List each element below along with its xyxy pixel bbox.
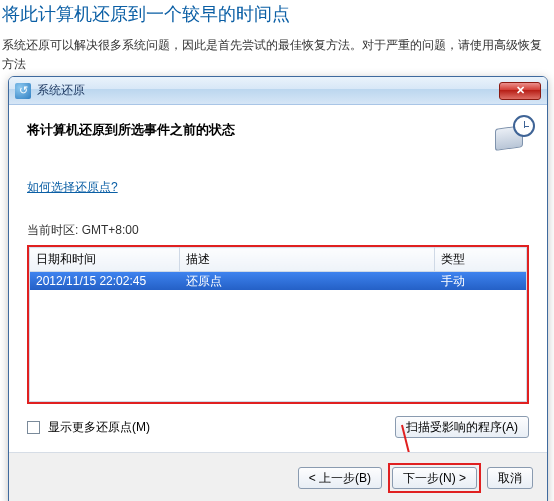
col-description[interactable]: 描述 (180, 248, 435, 272)
wizard-heading: 将计算机还原到所选事件之前的状态 (27, 121, 529, 139)
wizard-footer: < 上一步(B) 下一步(N) > 取消 (9, 452, 547, 501)
page-title: 将此计算机还原到一个较早的时间点 (2, 2, 552, 26)
scan-affected-button[interactable]: 扫描受影响的程序(A) (395, 416, 529, 438)
close-button[interactable]: ✕ (499, 82, 541, 100)
titlebar[interactable]: 系统还原 ✕ (9, 77, 547, 105)
cancel-button[interactable]: 取消 (487, 467, 533, 489)
next-button[interactable]: 下一步(N) > (392, 467, 477, 489)
table-row[interactable]: 2012/11/15 22:02:45 还原点 手动 (30, 272, 526, 290)
page-subtext: 系统还原可以解决很多系统问题，因此是首先尝试的最佳恢复方法。对于严重的问题，请使… (2, 36, 552, 74)
wizard-icon (487, 115, 535, 157)
cell-type: 手动 (435, 273, 526, 290)
show-more-checkbox[interactable] (27, 421, 40, 434)
show-more-label[interactable]: 显示更多还原点(M) (48, 419, 387, 436)
system-restore-window: 系统还原 ✕ 将计算机还原到所选事件之前的状态 如何选择还原点? 当前时区: G… (8, 76, 548, 501)
next-highlight: 下一步(N) > (388, 463, 481, 493)
col-datetime[interactable]: 日期和时间 (30, 248, 180, 272)
cell-description: 还原点 (180, 273, 435, 290)
back-button[interactable]: < 上一步(B) (298, 467, 382, 489)
restore-icon (15, 83, 31, 99)
col-type[interactable]: 类型 (435, 248, 527, 272)
window-title: 系统还原 (37, 82, 499, 99)
help-link[interactable]: 如何选择还原点? (27, 179, 118, 196)
cell-datetime: 2012/11/15 22:02:45 (30, 274, 180, 288)
restore-points-table: 日期和时间 描述 类型 2012/11/15 22:02:45 还原点 手动 (27, 245, 529, 404)
timezone-label: 当前时区: GMT+8:00 (27, 222, 529, 239)
